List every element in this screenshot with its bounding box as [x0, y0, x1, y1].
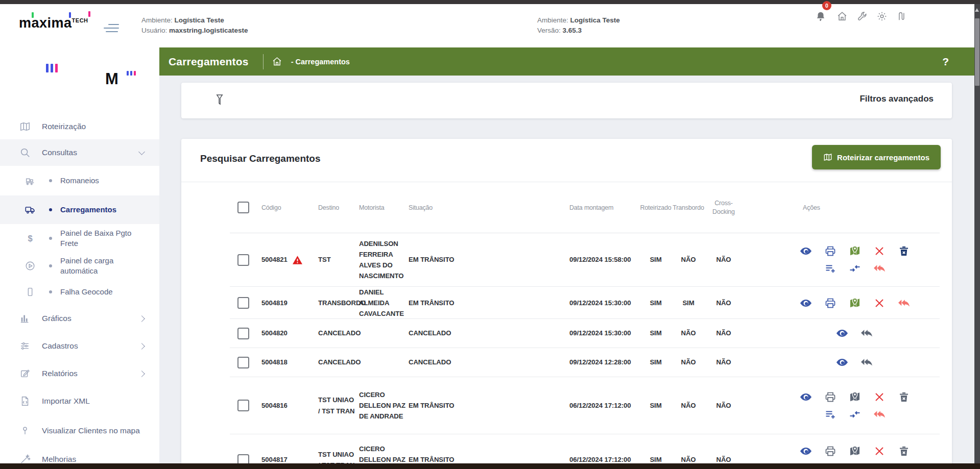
- row-checkbox[interactable]: [237, 357, 249, 368]
- row-checkbox[interactable]: [237, 400, 249, 411]
- destino-cell: TST UNIAO / TST TRAN: [312, 449, 357, 463]
- select-all-checkbox[interactable]: [237, 202, 249, 213]
- row-checkbox[interactable]: [237, 328, 249, 339]
- printer-icon[interactable]: [818, 443, 843, 459]
- maxima-tech-logo: maximaTECH: [19, 15, 88, 36]
- play-circle-icon: [25, 260, 40, 272]
- sidebar-item-consultas[interactable]: Consultas: [0, 139, 159, 166]
- list-plus-icon[interactable]: [818, 261, 843, 276]
- transbordo-cell: NÃO: [672, 454, 705, 463]
- printer-icon[interactable]: [818, 243, 843, 259]
- cross-docking-cell: NÃO: [705, 454, 743, 463]
- merge-icon[interactable]: [843, 407, 867, 422]
- scrollbar-up-arrow[interactable]: [975, 8, 979, 12]
- map-pin-icon[interactable]: [843, 295, 867, 311]
- data-montagem-cell: 06/12/2024 17:12:00: [569, 454, 639, 463]
- sidebar-item-label: Gráficos: [42, 313, 71, 324]
- transbordo-cell: NÃO: [672, 400, 705, 411]
- sidebar-item-label: Painel de Baixa Pgto Frete: [60, 228, 147, 249]
- wrench-icon[interactable]: [857, 11, 869, 23]
- sidebar-item-importar-xml[interactable]: Importar XML: [0, 387, 159, 415]
- home-icon[interactable]: [836, 11, 849, 23]
- route-loads-button[interactable]: Roteirizar carregamentos: [812, 145, 941, 169]
- list-plus-icon[interactable]: [818, 407, 843, 422]
- sidebar-item-cadastros[interactable]: Cadastros: [0, 332, 159, 360]
- sidebar-item-romaneios[interactable]: Romaneios: [0, 166, 159, 195]
- chevron-down-icon: [138, 149, 145, 155]
- trash-icon[interactable]: [892, 389, 916, 405]
- x-icon[interactable]: [867, 295, 892, 311]
- vertical-scrollbar[interactable]: [974, 4, 980, 469]
- help-button[interactable]: ?: [942, 56, 949, 68]
- eye-icon[interactable]: [794, 295, 818, 311]
- row-checkbox[interactable]: [237, 454, 249, 464]
- row-checkbox[interactable]: [237, 297, 249, 309]
- chevron-right-icon: [138, 315, 145, 322]
- sidebar-item-painel-de-baixa-pgto-frete[interactable]: $Painel de Baixa Pgto Frete: [0, 224, 159, 253]
- row-checkbox[interactable]: [237, 254, 249, 266]
- sidebar-menu: RoteirizaçãoConsultasRomaneiosCarregamen…: [0, 114, 159, 463]
- printer-icon[interactable]: [818, 295, 843, 311]
- reply-icon[interactable]: [867, 407, 892, 422]
- table-row: 5004817TST UNIAO / TST TRANCICERO DELLEO…: [230, 434, 940, 463]
- logo-bar-blue: [46, 64, 49, 72]
- advanced-filters-toggle[interactable]: Filtros avançados: [859, 94, 934, 104]
- wand-icon: [19, 453, 35, 463]
- printer-icon[interactable]: [818, 389, 843, 405]
- warning-icon[interactable]: [292, 255, 303, 265]
- sidebar-item-label: Cadastros: [42, 341, 78, 352]
- merge-icon[interactable]: [843, 261, 867, 276]
- codigo-value: 5004819: [261, 298, 288, 308]
- map-pin-icon[interactable]: [843, 443, 867, 459]
- roteirizado-cell: SIM: [639, 254, 672, 265]
- column-header-data-montagem: Data montagem: [569, 204, 639, 211]
- sidebar-item-falha-geocode[interactable]: Falha Geocode: [0, 279, 159, 305]
- logo-m-letter: M: [105, 70, 118, 88]
- scrollbar-thumb[interactable]: [975, 18, 979, 86]
- sidebar-item-roteirizacao[interactable]: Roteirização: [0, 114, 159, 139]
- x-icon[interactable]: [867, 389, 892, 405]
- sidebar-item-carregamentos[interactable]: Carregamentos: [0, 195, 159, 224]
- trash-icon[interactable]: [892, 243, 916, 259]
- logo-m-bar-pink: [134, 71, 136, 76]
- gear-icon[interactable]: [876, 11, 889, 23]
- pin-icon: [19, 425, 35, 437]
- sidebar-item-melhorias[interactable]: Melhorias: [0, 447, 159, 463]
- filter-funnel-icon[interactable]: [214, 93, 226, 107]
- eye-icon[interactable]: [794, 389, 818, 405]
- notifications-bell-icon[interactable]: [815, 11, 827, 23]
- eye-icon[interactable]: [794, 243, 818, 259]
- reply-icon[interactable]: [867, 261, 892, 276]
- eye-icon[interactable]: [830, 355, 854, 370]
- x-icon[interactable]: [867, 243, 892, 259]
- filters-card: Filtros avançados: [181, 83, 952, 118]
- sidebar-item-visualizar-clientes-no-mapa[interactable]: Visualizar Clientes no mapa: [0, 415, 159, 447]
- breadcrumb-home-icon[interactable]: [272, 56, 283, 67]
- eye-icon[interactable]: [794, 443, 818, 459]
- map-pin-icon[interactable]: [843, 243, 867, 259]
- sidebar-toggle-hamburger-icon[interactable]: [104, 23, 119, 34]
- roteirizado-cell: SIM: [639, 454, 672, 463]
- table-body: 5004821TSTADENILSON FERREIRA ALVES DO NA…: [230, 233, 940, 463]
- reply-icon[interactable]: [854, 355, 879, 370]
- situacao-cell: EM TRÂNSITO: [409, 454, 569, 463]
- map-pin-icon[interactable]: [843, 389, 867, 405]
- trash-icon[interactable]: [892, 443, 916, 459]
- situacao-cell: EM TRÂNSITO: [409, 400, 569, 411]
- page-title: Carregamentos: [169, 56, 249, 68]
- attachment-clip-icon[interactable]: [896, 11, 908, 23]
- sidebar-item-label: Falha Geocode: [60, 287, 113, 297]
- sidebar-item-relatorios[interactable]: Relatórios: [0, 360, 159, 387]
- title-divider: [263, 54, 264, 69]
- table-header-row: Código Destino Motorista Situação Data m…: [230, 182, 940, 233]
- reply-icon[interactable]: [892, 295, 916, 311]
- reply-icon[interactable]: [854, 326, 879, 341]
- sidebar-item-label: Visualizar Clientes no mapa: [42, 426, 140, 436]
- row-checkbox-cell: [230, 400, 254, 411]
- eye-icon[interactable]: [830, 326, 854, 341]
- sidebar-item-graficos[interactable]: Gráficos: [0, 305, 159, 332]
- sidebar-item-painel-de-carga-automatica[interactable]: Painel de carga automática: [0, 253, 159, 279]
- ambiente-value: Logística Teste: [570, 16, 620, 24]
- cross-docking-cell: NÃO: [705, 298, 743, 308]
- x-icon[interactable]: [867, 443, 892, 459]
